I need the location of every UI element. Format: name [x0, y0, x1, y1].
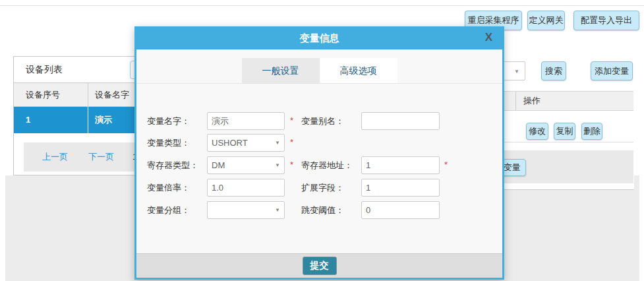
config-import-export-button[interactable]: 配置导入导出 [573, 11, 639, 30]
variable-group-label: 变量分组： [147, 201, 190, 219]
form-row: 变量类型： USHORT▼ * [136, 134, 502, 152]
register-address-wrap [361, 156, 440, 174]
register-address-input[interactable] [361, 156, 440, 174]
prev-page-link[interactable]: 上一页 [42, 142, 68, 172]
variable-type-label: 变量类型： [147, 134, 190, 152]
add-variable-button[interactable]: 添加变量 [591, 61, 633, 80]
jump-threshold-wrap [361, 201, 440, 219]
register-type-value: DM [212, 160, 225, 170]
variable-name-input[interactable] [207, 112, 285, 130]
required-asterisk: * [444, 160, 448, 170]
device-list-title: 设备列表 [26, 57, 63, 82]
register-type-label: 寄存器类型： [147, 156, 198, 174]
delete-button[interactable]: 删除 [581, 123, 602, 140]
required-asterisk: * [290, 160, 293, 170]
chevron-down-icon: ▼ [275, 140, 280, 146]
variable-name-wrap [207, 112, 285, 130]
close-icon[interactable]: X [485, 26, 492, 48]
chevron-down-icon: ▼ [514, 69, 519, 75]
variable-alias-label: 变量别名： [301, 112, 344, 130]
next-page-link[interactable]: 下一页 [88, 142, 114, 172]
tabs-divider [136, 83, 502, 84]
jump-threshold-label: 跳变阈值： [301, 201, 344, 219]
column-operation: 操作 [515, 92, 541, 110]
dialog-title: 变量信息 [136, 26, 502, 49]
device-row-serial: 1 [14, 107, 88, 133]
extended-field-input[interactable] [361, 179, 440, 197]
variable-rate-label: 变量倍率： [147, 179, 190, 197]
variable-alias-wrap [361, 112, 440, 130]
extended-field-label: 扩展字段： [301, 179, 344, 197]
required-asterisk: * [290, 115, 293, 125]
submit-button[interactable]: 提交 [303, 257, 337, 275]
tab-advanced-options[interactable]: 高级选项 [320, 58, 397, 83]
jump-threshold-input[interactable] [361, 201, 440, 219]
edit-button[interactable]: 修改 [526, 123, 548, 140]
column-device-serial: 设备序号 [14, 83, 88, 106]
variable-type-select[interactable]: USHORT▼ [207, 134, 285, 152]
required-asterisk: * [290, 137, 293, 147]
variable-group-select[interactable]: ▼ [207, 201, 285, 219]
form-row: 变量名字： * 变量别名： [136, 112, 502, 130]
form-row: 变量倍率： 扩展字段： [136, 179, 502, 197]
register-type-select[interactable]: DM▼ [207, 156, 285, 174]
variable-name-label: 变量名字： [147, 112, 190, 130]
dialog-tabs: 一般设置 高级选项 [242, 58, 397, 83]
tab-general-settings[interactable]: 一般设置 [242, 58, 320, 83]
variable-info-dialog: 变量信息 X 一般设置 高级选项 变量名字： * 变量别名： 变量类型： USH… [134, 26, 504, 280]
chevron-down-icon: ▼ [275, 162, 280, 168]
dialog-titlebar: 变量信息 X [136, 26, 502, 49]
variable-alias-input[interactable] [361, 112, 440, 130]
variable-rate-input[interactable] [207, 179, 285, 197]
register-address-label: 寄存器地址： [301, 156, 353, 174]
chevron-down-icon: ▼ [275, 207, 280, 213]
search-button[interactable]: 搜索 [541, 61, 566, 80]
top-divider [0, 5, 644, 6]
extended-field-wrap [361, 179, 440, 197]
form-row: 寄存器类型： DM▼ * 寄存器地址： * [136, 156, 502, 174]
variable-type-value: USHORT [212, 138, 248, 148]
variable-rate-wrap [207, 179, 285, 197]
copy-button[interactable]: 复制 [554, 123, 575, 140]
dialog-footer: 提交 [136, 253, 502, 278]
define-gateway-button[interactable]: 定义网关 [527, 11, 565, 30]
form-row: 变量分组： ▼ 跳变阈值： [136, 201, 502, 219]
